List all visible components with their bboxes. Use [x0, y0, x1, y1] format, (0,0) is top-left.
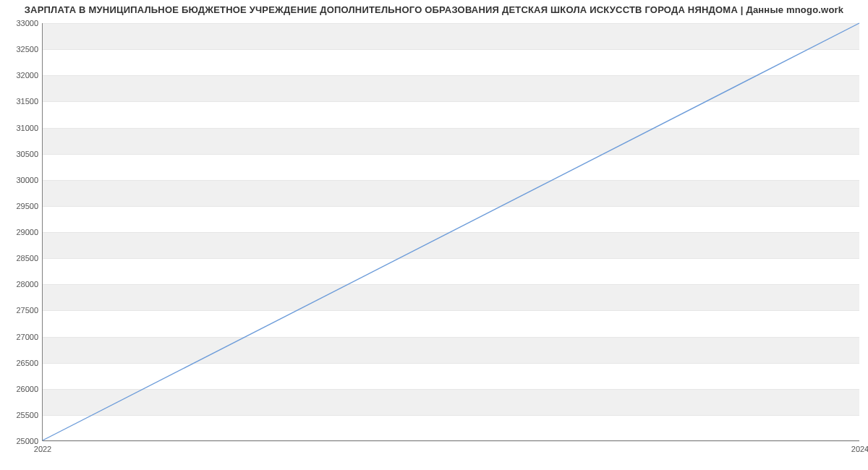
x-tick-label: 2024	[851, 445, 868, 453]
y-tick-label: 30500	[16, 150, 38, 158]
y-tick-label: 30000	[16, 176, 38, 184]
y-tick-label: 31000	[16, 124, 38, 132]
y-tick-label: 29500	[16, 202, 38, 210]
x-tick-label: 2022	[34, 445, 51, 453]
y-tick-label: 28500	[16, 254, 38, 262]
y-tick-label: 27000	[16, 333, 38, 341]
chart-title: ЗАРПЛАТА В МУНИЦИПАЛЬНОЕ БЮДЖЕТНОЕ УЧРЕЖ…	[0, 4, 868, 15]
y-tick-label: 33000	[16, 19, 38, 27]
gridline	[43, 441, 859, 442]
y-tick-label: 31500	[16, 97, 38, 106]
y-tick-label: 25500	[16, 411, 38, 419]
plot-area: 2500025500260002650027000275002800028500…	[42, 23, 859, 441]
series-line	[43, 23, 859, 440]
salary-line-chart: ЗАРПЛАТА В МУНИЦИПАЛЬНОЕ БЮДЖЕТНОЕ УЧРЕЖ…	[0, 0, 868, 470]
y-tick-label: 26500	[16, 359, 38, 367]
y-tick-label: 32500	[16, 45, 38, 54]
y-tick-label: 32000	[16, 71, 38, 80]
y-tick-label: 26000	[16, 385, 38, 393]
y-tick-label: 28000	[16, 280, 38, 289]
y-tick-label: 27500	[16, 306, 38, 315]
y-tick-label: 29000	[16, 228, 38, 236]
